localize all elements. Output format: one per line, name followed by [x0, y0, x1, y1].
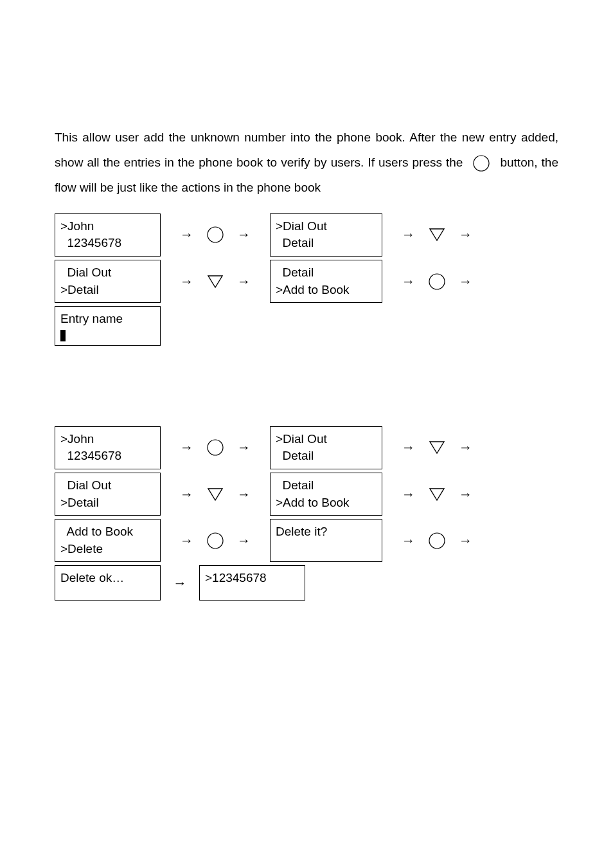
- svg-marker-6: [430, 442, 444, 453]
- down-triangle-icon: [206, 487, 224, 502]
- circle-button-icon: [206, 532, 224, 550]
- svg-point-1: [208, 227, 223, 242]
- svg-point-9: [208, 533, 223, 548]
- arrow-icon: →: [173, 575, 187, 591]
- flow2-row3: Add to Book >Delete → → Delete it? → →: [55, 519, 558, 562]
- screen-addbook: Detail >Add to Book: [270, 473, 382, 516]
- svg-marker-3: [208, 276, 222, 287]
- arrow-icon: →: [402, 440, 415, 455]
- svg-point-5: [208, 440, 223, 455]
- screen-delete: Add to Book >Delete: [55, 519, 161, 562]
- flow2-row1: >John 12345678 → → >Dial Out Detail → →: [55, 426, 558, 469]
- arrow-icon: →: [402, 487, 415, 502]
- svg-marker-7: [208, 489, 222, 500]
- arrow-icon: →: [237, 440, 251, 455]
- circle-button-icon: [206, 226, 224, 244]
- svg-point-4: [429, 274, 445, 289]
- screen-number: >12345678: [199, 565, 305, 601]
- arrow-icon: →: [237, 274, 251, 289]
- text-cursor-icon: [60, 330, 66, 341]
- screen-dialout: >Dial Out Detail: [270, 213, 382, 257]
- arrow-icon: →: [180, 227, 193, 242]
- svg-marker-8: [430, 489, 444, 500]
- flow1-row2: Dial Out >Detail → → Detail >Add to Book…: [55, 260, 558, 303]
- down-triangle-icon: [428, 227, 446, 242]
- flow1-row1: >John 12345678 → → >Dial Out Detail → →: [55, 213, 558, 257]
- arrow-icon: →: [237, 227, 251, 242]
- svg-point-10: [429, 533, 445, 548]
- svg-point-0: [474, 156, 489, 171]
- screen-detail: Dial Out >Detail: [55, 260, 161, 303]
- flow2-row2: Dial Out >Detail → → Detail >Add to Book…: [55, 473, 558, 516]
- arrow-icon: →: [402, 274, 415, 289]
- flow2-row4: Delete ok… → >12345678: [55, 565, 558, 601]
- number-text: >12345678: [205, 570, 299, 587]
- arrow-icon: →: [459, 533, 472, 548]
- down-triangle-icon: [206, 274, 224, 289]
- arrow-icon: →: [180, 440, 193, 455]
- arrow-icon: →: [402, 227, 415, 242]
- arrow-icon: →: [459, 487, 472, 502]
- arrow-icon: →: [237, 533, 251, 548]
- delete-confirm-text: Delete it?: [276, 523, 377, 541]
- flow1-row3: Entry name: [55, 306, 558, 346]
- screen-detail: Dial Out >Detail: [55, 473, 161, 516]
- down-triangle-icon: [428, 487, 446, 502]
- down-triangle-icon: [428, 440, 446, 455]
- svg-marker-2: [430, 229, 444, 240]
- arrow-icon: →: [459, 440, 472, 455]
- screen-addbook: Detail >Add to Book: [270, 260, 382, 303]
- intro-paragraph: This allow user add the unknown number i…: [55, 125, 558, 201]
- arrow-icon: →: [459, 227, 472, 242]
- circle-button-icon: [206, 439, 224, 457]
- circle-button-icon: [472, 154, 491, 173]
- delete-ok-text: Delete ok…: [60, 570, 155, 587]
- circle-button-icon: [428, 273, 446, 291]
- arrow-icon: →: [237, 487, 251, 502]
- screen-entryname: Entry name: [55, 306, 161, 346]
- arrow-icon: →: [180, 487, 193, 502]
- entry-name-label: Entry name: [60, 311, 155, 328]
- arrow-icon: →: [402, 533, 415, 548]
- arrow-icon: →: [180, 533, 193, 548]
- screen-john: >John 12345678: [55, 213, 161, 257]
- circle-button-icon: [428, 532, 446, 550]
- arrow-icon: →: [180, 274, 193, 289]
- arrow-icon: →: [459, 274, 472, 289]
- screen-deleteok: Delete ok…: [55, 565, 161, 601]
- screen-dialout: >Dial Out Detail: [270, 426, 382, 469]
- screen-john: >John 12345678: [55, 426, 161, 469]
- screen-deleteit: Delete it?: [270, 519, 382, 562]
